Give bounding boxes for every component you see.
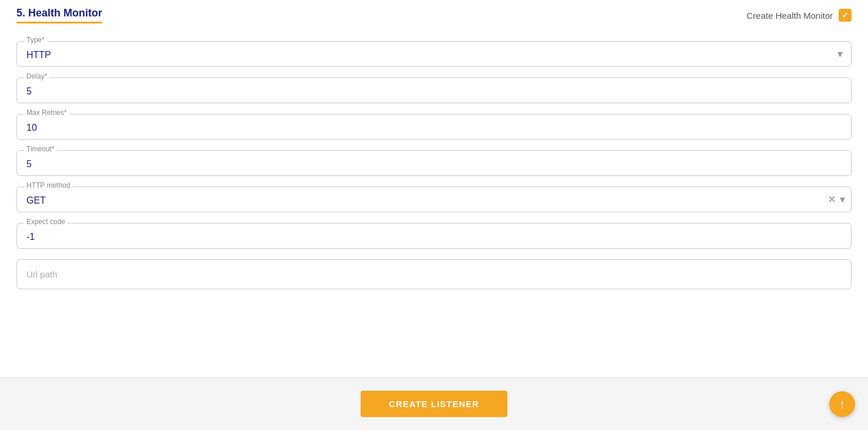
delay-field-container: Delay* 5 <box>16 77 852 103</box>
url-path-placeholder[interactable]: Url path <box>17 260 851 289</box>
section-number: 5. <box>16 7 25 19</box>
delay-label: Delay* <box>24 72 49 80</box>
max-retries-value[interactable]: 10 <box>17 114 851 139</box>
expect-code-label: Expect code <box>24 218 68 226</box>
section-title-wrapper: 5. Health Monitor <box>16 7 102 23</box>
http-method-icons: ✕ ▾ <box>827 193 845 206</box>
form-area: Type* HTTP ▾ Delay* 5 Max Retries* 10 Ti… <box>0 23 868 301</box>
type-select-container[interactable]: Type* HTTP ▾ <box>16 41 852 67</box>
expect-code-field-container: Expect code -1 <box>16 223 852 249</box>
type-value: HTTP <box>17 42 851 66</box>
create-health-monitor-checkbox[interactable]: ✓ <box>839 9 852 22</box>
http-method-clear-icon[interactable]: ✕ <box>827 193 836 206</box>
http-method-chevron-icon[interactable]: ▾ <box>840 193 845 206</box>
http-method-container[interactable]: HTTP method GET ✕ ▾ <box>16 187 852 212</box>
delay-value[interactable]: 5 <box>17 78 851 103</box>
scroll-to-top-icon: ↑ <box>839 398 846 411</box>
create-health-monitor-label: Create Health Monitor ✓ <box>746 9 852 22</box>
http-method-value: GET <box>17 187 851 212</box>
http-method-label: HTTP method <box>24 181 72 189</box>
scroll-to-top-button[interactable]: ↑ <box>829 391 855 417</box>
page-wrapper: 5. Health Monitor Create Health Monitor … <box>0 0 868 430</box>
section-name: Health Monitor <box>28 7 102 19</box>
type-label: Type* <box>24 36 47 44</box>
timeout-field-container: Timeout* 5 <box>16 150 852 176</box>
max-retries-label: Max Retries* <box>24 109 69 117</box>
url-path-container[interactable]: Url path <box>16 259 852 289</box>
expect-code-value[interactable]: -1 <box>17 224 851 248</box>
max-retries-field-container: Max Retries* 10 <box>16 114 852 140</box>
footer-area: CREATE LISTENER <box>0 377 868 430</box>
section-title: 5. Health Monitor <box>16 7 102 22</box>
timeout-value[interactable]: 5 <box>17 151 851 175</box>
create-listener-button[interactable]: CREATE LISTENER <box>361 391 507 417</box>
timeout-label: Timeout* <box>24 145 57 153</box>
create-health-monitor-text: Create Health Monitor <box>746 11 833 21</box>
section-header: 5. Health Monitor Create Health Monitor … <box>0 0 868 23</box>
